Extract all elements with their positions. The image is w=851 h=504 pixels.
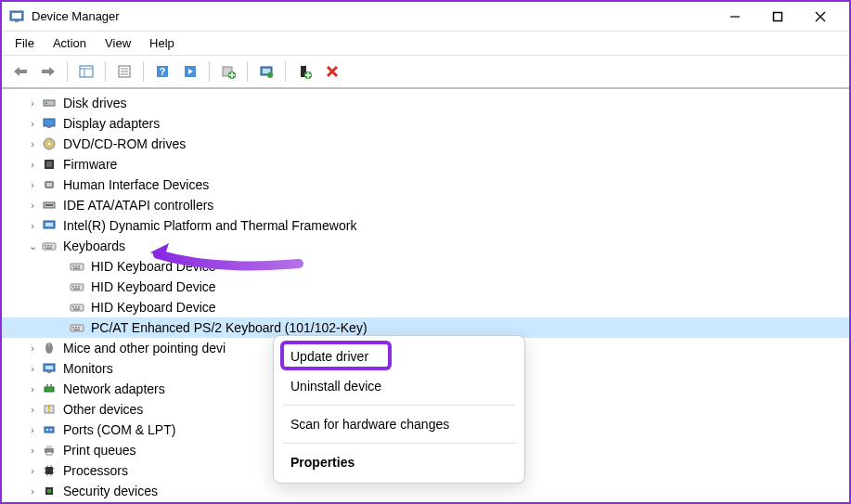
keyboard-icon	[69, 259, 85, 274]
minimize-button[interactable]	[714, 3, 756, 31]
expand-icon[interactable]: ›	[26, 363, 39, 374]
ctx-separator	[283, 405, 515, 406]
expand-icon[interactable]: ›	[26, 97, 39, 109]
add-hardware-button[interactable]	[291, 58, 317, 84]
back-button[interactable]	[7, 58, 33, 84]
svg-rect-44	[47, 245, 49, 247]
svg-rect-45	[50, 245, 52, 247]
svg-rect-77	[45, 427, 54, 433]
tree-item-label: IDE ATA/ATAPI controllers	[63, 198, 213, 213]
svg-rect-82	[46, 452, 52, 455]
svg-rect-22	[263, 69, 270, 73]
tree-child-label: PC/AT Enhanced PS/2 Keyboard (101/102-Ke…	[91, 320, 367, 335]
svg-point-29	[45, 102, 47, 104]
tree-item-label: Keyboards	[63, 239, 125, 253]
svg-rect-28	[44, 100, 55, 106]
collapse-icon[interactable]: ⌄	[26, 240, 39, 252]
ctx-update-driver[interactable]: Update driver	[274, 342, 524, 371]
tree-item[interactable]: ⌄Keyboards	[2, 236, 849, 256]
expand-icon[interactable]: ›	[26, 485, 39, 497]
expand-icon[interactable]: ›	[26, 404, 39, 415]
svg-text:?: ?	[160, 66, 166, 77]
expand-icon[interactable]: ›	[26, 465, 39, 476]
tree-item[interactable]: ›Security devices	[2, 481, 849, 500]
tree-child-item[interactable]: HID Keyboard Device	[2, 297, 849, 317]
expand-icon[interactable]: ›	[26, 200, 39, 211]
expand-icon[interactable]: ›	[26, 118, 39, 129]
expand-icon[interactable]: ›	[26, 342, 39, 354]
scan-button[interactable]	[253, 58, 279, 84]
svg-rect-7	[19, 70, 27, 73]
tree-item[interactable]: ›Intel(R) Dynamic Platform and Thermal F…	[2, 215, 849, 236]
svg-rect-37	[46, 183, 52, 187]
maximize-button[interactable]	[756, 3, 799, 31]
svg-rect-83	[45, 467, 53, 474]
svg-rect-61	[73, 309, 80, 311]
toolbar-sep	[247, 61, 248, 82]
tree-child-item[interactable]: HID Keyboard Device	[2, 277, 849, 297]
svg-rect-50	[78, 265, 80, 267]
window-controls	[714, 3, 842, 31]
tree-item[interactable]: ›Display adapters	[2, 113, 849, 134]
menu-file[interactable]: File	[6, 33, 44, 53]
svg-rect-58	[72, 306, 74, 308]
titlebar: Device Manager	[2, 2, 849, 32]
svg-rect-55	[78, 286, 80, 288]
menu-action[interactable]: Action	[44, 33, 96, 53]
intel-icon	[41, 218, 58, 233]
tree-item[interactable]: ›Human Interface Devices	[2, 174, 849, 195]
properties-button[interactable]	[111, 58, 137, 84]
ctx-properties[interactable]: Properties	[274, 447, 524, 477]
tree-item-label: Intel(R) Dynamic Platform and Thermal Fr…	[63, 218, 356, 233]
expand-icon[interactable]: ›	[26, 179, 39, 190]
processor-icon	[41, 463, 58, 478]
tree-item[interactable]: ›Disk drives	[2, 93, 849, 113]
menu-help[interactable]: Help	[140, 33, 184, 53]
security-icon	[41, 484, 58, 498]
svg-rect-54	[75, 286, 77, 288]
tree-item-label: Display adapters	[63, 116, 160, 131]
expand-icon[interactable]: ›	[26, 424, 39, 435]
context-menu: Update driver Uninstall device Scan for …	[273, 335, 525, 484]
svg-rect-49	[75, 265, 77, 267]
update-driver-button[interactable]	[215, 58, 241, 84]
help-button[interactable]: ?	[149, 58, 175, 84]
svg-rect-2	[15, 20, 19, 22]
menu-view[interactable]: View	[96, 33, 140, 53]
svg-rect-8	[42, 70, 49, 73]
expand-icon[interactable]: ›	[26, 138, 39, 149]
tree-child-item[interactable]: HID Keyboard Device	[2, 256, 849, 277]
svg-rect-70	[45, 366, 53, 369]
expand-icon[interactable]: ›	[26, 383, 39, 394]
show-hide-tree-button[interactable]	[73, 58, 99, 84]
firmware-icon	[41, 157, 58, 172]
svg-rect-73	[46, 384, 48, 387]
svg-rect-72	[45, 387, 54, 392]
action-button[interactable]	[177, 58, 203, 84]
close-button[interactable]	[799, 3, 842, 31]
ctx-scan-hardware[interactable]: Scan for hardware changes	[274, 409, 524, 439]
tree-child-label: HID Keyboard Device	[91, 259, 216, 274]
toolbar-sep	[209, 61, 210, 82]
keyboard-icon	[69, 300, 85, 315]
app-icon	[9, 9, 24, 24]
toolbar-sep	[285, 61, 286, 82]
tree-item[interactable]: ›DVD/CD-ROM drives	[2, 134, 849, 154]
hid-icon	[41, 177, 58, 192]
tree-item[interactable]: ›Firmware	[2, 154, 849, 174]
forward-button[interactable]	[35, 58, 61, 84]
tree-item[interactable]: ›IDE ATA/ATAPI controllers	[2, 195, 849, 215]
toolbar-sep	[105, 61, 106, 82]
svg-point-33	[48, 143, 51, 146]
ctx-uninstall-device[interactable]: Uninstall device	[274, 371, 524, 401]
expand-icon[interactable]: ›	[26, 159, 39, 170]
expand-icon[interactable]: ›	[26, 220, 39, 231]
tree-item-label: Print queues	[63, 443, 136, 458]
svg-rect-93	[47, 489, 51, 493]
svg-rect-60	[78, 306, 80, 308]
expand-icon[interactable]: ›	[26, 445, 39, 456]
svg-rect-66	[73, 330, 80, 331]
svg-rect-74	[50, 384, 52, 387]
uninstall-button[interactable]	[319, 58, 345, 84]
svg-rect-1	[12, 13, 21, 19]
